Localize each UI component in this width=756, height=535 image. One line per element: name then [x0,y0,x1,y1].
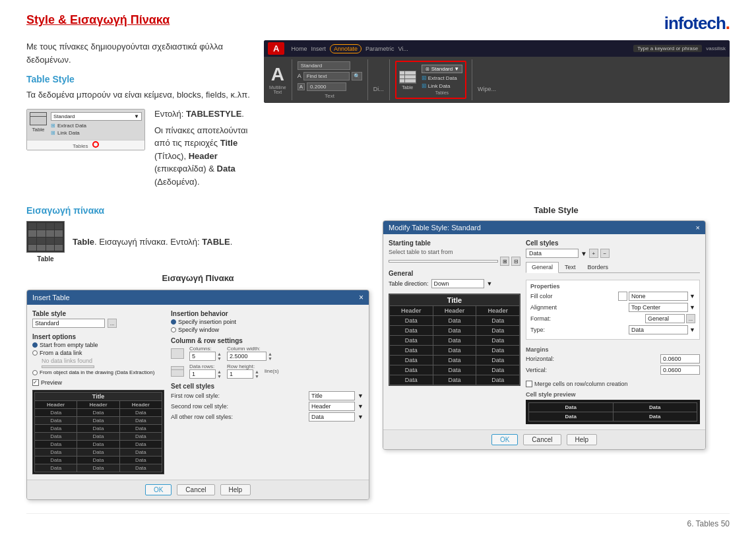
dialog-left-col: Table style Standard ... Insert options … [32,310,164,474]
col-down-btn[interactable]: ▼ [217,356,222,361]
format-input[interactable]: General [645,314,685,323]
rh-up-btn[interactable]: ▲ [255,369,259,374]
table-style-section: Table style Standard ... [32,310,164,329]
data-rows-input[interactable]: 1 [189,369,216,379]
fill-color-row: Fill color None ▼ [530,292,695,301]
columns-input[interactable]: 5 [189,352,216,361]
other-row-select[interactable]: Data [309,412,355,422]
help-button[interactable]: Help [220,484,251,495]
second-row-select[interactable]: Header [309,402,355,411]
col-up-btn[interactable]: ▲ [217,352,222,356]
multiline-text-btn[interactable]: A MultilineText [269,65,286,94]
fill-color-swatch[interactable] [618,292,627,301]
cell-preview-area: Data Data Data Data [526,400,700,424]
modify-dialog-title-text: Modify Table Style: Standard [389,224,481,232]
select-table-btn1[interactable]: ⊞ [500,257,509,266]
ok-button[interactable]: OK [145,484,172,495]
tab-parametric[interactable]: Parametric [365,46,394,52]
tab-home[interactable]: Home [291,46,307,52]
table-preview: Title HeaderHeaderHeader DataDataData Da… [32,390,164,474]
cell-preview-table: Data Data Data Data [528,402,697,422]
small-panel-select[interactable]: Standard▼ [51,112,142,121]
radio-object-data-dot [32,370,38,375]
radio-window[interactable]: Specify window [171,327,363,333]
red-circle-indicator [92,141,99,148]
col-width-input[interactable]: 2.5000 [227,352,267,361]
columns-field-label: Columns: [189,346,222,352]
modify-ok-button[interactable]: OK [491,434,518,445]
type-select[interactable]: Data [629,325,688,334]
table-icon[interactable] [399,71,416,84]
new-cell-style-btn[interactable]: + [589,249,598,258]
tables-standard-select[interactable]: ⊞ Standard▼ [422,65,462,73]
cell-style-preview-label: Cell style preview [526,391,700,398]
radio-empty-table[interactable]: Start from empty table [32,342,164,348]
radio-insertion-point[interactable]: Specify insertion point [171,319,363,325]
table-icon-box: Table [26,221,65,263]
horizontal-input[interactable]: 0.0600 [660,354,700,363]
col-w-up-btn[interactable]: ▲ [268,352,272,356]
starting-table-label: Starting table [389,239,520,247]
row-height-input[interactable]: 1 [227,369,253,379]
delete-cell-style-btn[interactable]: − [600,249,610,258]
vertical-input[interactable]: 0.0600 [660,365,700,375]
tab-view[interactable]: Vi... [398,46,408,52]
modify-cancel-button[interactable]: Cancel [523,434,561,445]
right-section-title: Table Style [383,205,730,215]
cell-style-select[interactable]: Data [526,249,579,258]
modify-dialog-close-btn[interactable]: × [696,224,700,232]
cancel-button[interactable]: Cancel [177,484,214,495]
alignment-select[interactable]: Top Center [629,303,688,312]
table-direction-label: Table direction: [389,280,429,287]
select-table-input[interactable] [389,260,498,263]
rows-down-btn[interactable]: ▼ [217,374,222,379]
first-row-style-row: First row cell style: Title ▼ [171,391,363,400]
tab-annotate[interactable]: Annotate [330,44,362,53]
app-button[interactable]: A [268,42,284,55]
search-bar[interactable]: Type a keyword or phrase [633,45,702,52]
merge-label: Merge cells on row/column creation [534,381,628,387]
second-row-style-row: Second row cell style: Header ▼ [171,402,363,411]
col-w-down-btn[interactable]: ▼ [268,356,272,361]
rows-up-btn[interactable]: ▲ [217,369,222,374]
tab-borders[interactable]: Borders [582,262,615,272]
page-header: Style & Εισαγωγή Πίνακα infotech. [26,13,730,34]
find-text-input[interactable]: Find text [303,72,350,80]
col-row-label: Column & row settings [171,337,363,344]
tab-general[interactable]: General [526,262,559,273]
rh-down-btn[interactable]: ▼ [255,374,259,379]
format-row: Format: General ... [530,314,695,323]
dialog-close-btn[interactable]: × [359,293,363,302]
insert-dialog-heading: Εισαγωγή Πίνακα [26,273,369,283]
extract-data-btn[interactable]: ⊞ Extract Data [422,75,462,81]
data-rows-label: Data rows: [189,363,222,369]
first-row-select[interactable]: Title [309,391,355,400]
vertical-label: Vertical: [526,367,565,373]
standard-select[interactable]: Standard [298,61,350,70]
preview-checkbox[interactable]: Preview [32,379,164,386]
set-cell-label: Set cell styles [171,383,363,390]
type-row: Type: Data ▼ [530,325,695,334]
vertical-row: Vertical: 0.0600 [526,365,700,375]
preview-table: Title HeaderHeaderHeader DataDataData Da… [34,392,162,472]
format-btn[interactable]: ... [686,314,695,323]
table-style-btn[interactable]: ... [108,319,117,328]
tab-text[interactable]: Text [559,262,582,272]
properties-label: Properties [530,283,695,290]
merge-checkbox-row[interactable]: Merge cells on row/column creation [526,381,700,387]
preview-cell-3: Data [529,412,614,422]
no-data-select[interactable] [42,365,94,368]
radio-object-data[interactable]: From object data in the drawing (Data Ex… [32,369,164,375]
tab-insert[interactable]: Insert [311,46,326,52]
table-direction-select[interactable]: Down [431,279,484,288]
preview-cell-4: Data [613,412,697,422]
link-data-btn[interactable]: ⊞ Link Data [422,82,462,89]
select-table-btn2[interactable]: ⊟ [511,257,520,266]
table-style-select[interactable]: Standard [32,319,105,328]
radio-data-link[interactable]: From a data link [32,350,164,356]
footer-page: 50 [721,519,730,528]
modify-help-button[interactable]: Help [567,434,598,445]
search-icon[interactable]: 🔍 [352,72,362,80]
fill-color-select[interactable]: None [629,292,688,301]
text-size-input[interactable]: 0.2000 [307,82,346,91]
